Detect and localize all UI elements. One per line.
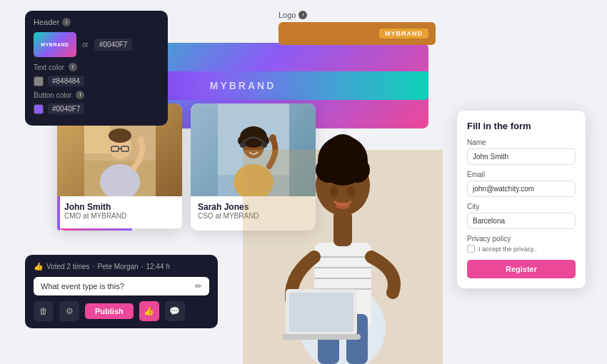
speaker1-name: John Smith xyxy=(64,202,175,212)
settings-button[interactable]: ⚙ xyxy=(59,301,79,321)
header-info-icon[interactable]: i xyxy=(62,18,71,26)
name-input[interactable] xyxy=(467,148,576,165)
interactive-panel: 👍 Voted 2 times · Pete Morgan · 12:44 h … xyxy=(25,255,218,328)
speaker1-info: John Smith CMO at MYBRAND xyxy=(57,196,182,226)
header-color-row: MYBRAND or #0040F7 xyxy=(34,32,159,57)
woman-svg xyxy=(243,79,443,364)
thumb-icon: 👍 xyxy=(34,262,44,271)
privacy-text: I accept the privacy.. xyxy=(478,246,537,253)
logo-config-panel: Logo i MYBRAND xyxy=(279,11,436,45)
speaker1-role: CMO at MYBRAND xyxy=(64,212,175,220)
header-config-title: Header i xyxy=(34,18,159,26)
svg-point-9 xyxy=(137,136,144,145)
or-label: or xyxy=(82,41,89,49)
publish-button[interactable]: Publish xyxy=(85,303,134,319)
vote-badge: 👍 Voted 2 times · Pete Morgan · 12:44 h xyxy=(34,262,209,271)
svg-rect-31 xyxy=(289,293,353,332)
svg-rect-32 xyxy=(282,334,361,340)
svg-rect-34 xyxy=(333,211,352,246)
form-title: Fill in the form xyxy=(467,121,576,131)
email-input[interactable] xyxy=(467,181,576,197)
svg-point-41 xyxy=(336,202,350,209)
svg-point-39 xyxy=(330,186,338,196)
name-label: Name xyxy=(467,138,576,146)
question-text: What event type is this? xyxy=(41,282,124,290)
edit-icon[interactable]: ✏ xyxy=(195,281,202,291)
logo-label: Logo i xyxy=(279,11,436,19)
city-label: City xyxy=(467,203,576,211)
question-row: What event type is this? ✏ xyxy=(34,277,209,295)
text-color-value[interactable]: #848484 xyxy=(48,76,84,86)
like-button[interactable]: 👍 xyxy=(139,301,159,321)
chat-button[interactable]: 💬 xyxy=(165,301,185,321)
logo-bar[interactable]: MYBRAND xyxy=(279,22,436,45)
button-color-dot xyxy=(34,104,44,114)
color-hex-chip[interactable]: #0040F7 xyxy=(94,39,132,51)
text-color-row: Text color i xyxy=(34,63,159,71)
svg-point-40 xyxy=(347,186,356,196)
text-color-dot xyxy=(34,76,44,86)
form-panel: Fill in the form Name Email City Privacy… xyxy=(457,111,586,288)
email-label: Email xyxy=(467,171,576,178)
speaker1-progress-fill xyxy=(57,228,132,231)
privacy-label: Privacy policy xyxy=(467,235,576,243)
trash-button[interactable]: 🗑 xyxy=(34,301,54,321)
logo-info-icon[interactable]: i xyxy=(299,11,307,19)
register-button[interactable]: Register xyxy=(467,260,576,278)
gradient-preview[interactable]: MYBRAND xyxy=(34,32,76,57)
svg-point-5 xyxy=(109,128,131,143)
header-config-panel: Header i MYBRAND or #0040F7 Text color i… xyxy=(25,11,168,126)
text-color-info-icon[interactable]: i xyxy=(69,63,77,71)
city-input[interactable] xyxy=(467,213,576,229)
privacy-checkbox[interactable] xyxy=(467,245,475,253)
button-color-value[interactable]: #0040F7 xyxy=(48,103,84,114)
privacy-row: I accept the privacy.. xyxy=(467,245,576,253)
button-color-info-icon[interactable]: i xyxy=(76,91,84,99)
speaker1-progress-bar xyxy=(57,228,182,231)
action-row: 🗑 ⚙ Publish 👍 💬 xyxy=(34,301,209,321)
woman-laptop-illustration xyxy=(243,79,443,364)
logo-brand-badge: MYBRAND xyxy=(379,29,428,39)
text-color-value-row: #848484 xyxy=(34,76,159,86)
svg-point-38 xyxy=(327,134,358,166)
button-color-row: Button color i xyxy=(34,91,159,99)
button-color-value-row: #0040F7 xyxy=(34,103,159,114)
